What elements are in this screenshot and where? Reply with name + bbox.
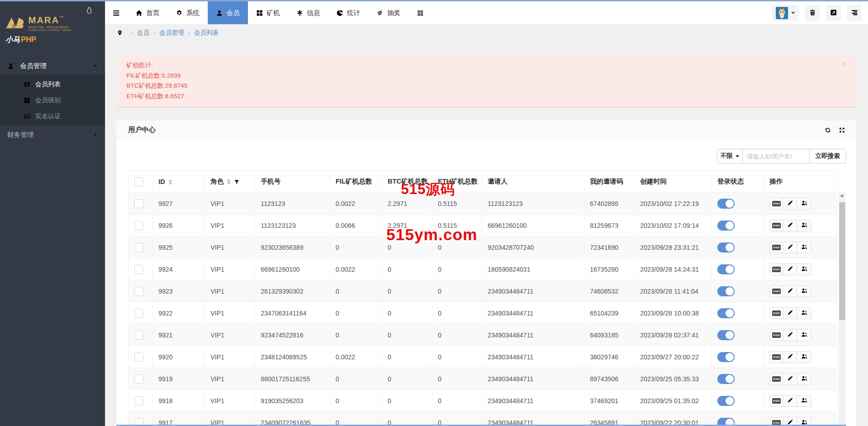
nav-item-会员[interactable]: 会员 bbox=[208, 1, 248, 24]
nav-item-抽奖[interactable]: 抽奖 bbox=[368, 1, 409, 24]
nav-item-统计[interactable]: 统计 bbox=[328, 1, 368, 24]
search-input[interactable] bbox=[742, 149, 809, 163]
clear-cache-button[interactable] bbox=[805, 5, 820, 21]
cell-btc-total: 0 bbox=[382, 258, 432, 280]
alert-close-button[interactable]: × bbox=[842, 60, 847, 68]
cell-eth-total: 0 bbox=[432, 280, 482, 302]
row-checkbox[interactable] bbox=[134, 396, 143, 405]
edit-button[interactable] bbox=[784, 308, 797, 319]
team-button[interactable] bbox=[797, 220, 811, 231]
table-header-ID[interactable]: ID bbox=[153, 171, 205, 193]
team-button[interactable] bbox=[797, 308, 811, 319]
team-button[interactable] bbox=[797, 264, 811, 275]
login-status-toggle[interactable] bbox=[717, 264, 735, 274]
login-status-toggle[interactable] bbox=[717, 242, 735, 252]
pay-button[interactable]: VISA bbox=[770, 198, 784, 209]
pay-button[interactable]: VISA bbox=[770, 373, 784, 384]
table-row: 9924VIP1669612601000.0022001805908240311… bbox=[129, 258, 837, 280]
scrollbar-up-arrow[interactable] bbox=[840, 194, 844, 197]
nav-item-信息[interactable]: 信息 bbox=[288, 1, 328, 24]
filter-dropdown[interactable]: 不限 bbox=[717, 149, 742, 163]
sort-icon[interactable] bbox=[227, 179, 231, 184]
login-status-toggle[interactable] bbox=[717, 352, 735, 362]
login-status-toggle[interactable] bbox=[717, 396, 735, 406]
table-row: 9925VIP192302365838900092034287072407234… bbox=[129, 237, 837, 258]
team-button[interactable] bbox=[797, 373, 811, 384]
sidebar-item-会员级别[interactable]: 会员级别 bbox=[0, 92, 105, 108]
pay-button[interactable]: VISA bbox=[770, 242, 784, 253]
row-checkbox[interactable] bbox=[134, 309, 143, 318]
cell-eth-total: 0 bbox=[432, 258, 482, 280]
edit-button[interactable] bbox=[784, 373, 797, 384]
edit-button[interactable] bbox=[784, 286, 797, 297]
filter-funnel-icon[interactable] bbox=[234, 179, 239, 184]
pay-button[interactable]: VISA bbox=[770, 264, 784, 275]
login-status-toggle[interactable] bbox=[717, 330, 735, 340]
pay-button[interactable]: VISA bbox=[770, 330, 784, 341]
row-checkbox[interactable] bbox=[134, 243, 143, 252]
sort-icon[interactable] bbox=[168, 179, 172, 185]
user-menu-button[interactable] bbox=[772, 5, 799, 21]
team-button[interactable] bbox=[797, 330, 811, 341]
nav-item-矿机[interactable]: 矿机 bbox=[248, 1, 288, 24]
sidebar-item-实名认证[interactable]: 实名认证 bbox=[0, 108, 105, 124]
edit-button[interactable] bbox=[784, 198, 797, 209]
log-menu-button[interactable] bbox=[847, 5, 862, 21]
fullscreen-icon[interactable] bbox=[839, 127, 845, 133]
pay-button[interactable]: VISA bbox=[770, 220, 784, 231]
edit-button[interactable] bbox=[784, 352, 797, 363]
row-checkbox[interactable] bbox=[134, 199, 143, 208]
login-status-toggle[interactable] bbox=[717, 286, 735, 296]
home-icon bbox=[136, 10, 142, 16]
cell-phone: 2348124089525 bbox=[255, 346, 330, 368]
nav-item-系统[interactable]: 系统 bbox=[168, 1, 208, 24]
cell-fil-total: 0.0022 bbox=[330, 193, 382, 215]
nav-item-首页[interactable]: 首页 bbox=[127, 1, 168, 24]
row-checkbox[interactable] bbox=[134, 221, 143, 230]
team-button[interactable] bbox=[797, 352, 811, 363]
pay-button[interactable]: VISA bbox=[770, 352, 784, 363]
scrollbar-thumb[interactable] bbox=[839, 202, 845, 320]
team-button[interactable] bbox=[797, 198, 811, 209]
table-header-角色[interactable]: 角色 bbox=[205, 171, 255, 193]
row-checkbox[interactable] bbox=[134, 287, 143, 296]
edit-button[interactable] bbox=[784, 330, 797, 341]
breadcrumb-link-会员管理[interactable]: 会员管理 bbox=[159, 29, 184, 37]
sidebar-toggle-button[interactable] bbox=[105, 1, 127, 24]
breadcrumb-link-会员列表[interactable]: 会员列表 bbox=[194, 29, 219, 37]
open-frontend-button[interactable] bbox=[826, 5, 841, 21]
pay-button[interactable]: VISA bbox=[770, 308, 784, 319]
sidebar-item-会员管理[interactable]: 会员管理 bbox=[0, 57, 105, 74]
cell-checkbox bbox=[129, 390, 153, 412]
row-checkbox[interactable] bbox=[134, 331, 143, 340]
login-status-toggle[interactable] bbox=[717, 308, 735, 318]
search-button[interactable]: 立即搜索 bbox=[809, 149, 846, 163]
row-checkbox[interactable] bbox=[134, 265, 143, 274]
cell-btc-total: 0 bbox=[382, 280, 432, 302]
breadcrumb-link-会员[interactable]: 会员 bbox=[137, 29, 149, 37]
select-all-checkbox[interactable] bbox=[134, 177, 143, 186]
cell-eth-total: 0 bbox=[432, 412, 482, 426]
row-checkbox[interactable] bbox=[134, 374, 143, 384]
pay-button[interactable]: VISA bbox=[770, 395, 784, 406]
table-row: 9926VIP111231231230.00662.29710.51156696… bbox=[129, 215, 837, 237]
team-button[interactable] bbox=[797, 242, 811, 253]
table-header-手机号: 手机号 bbox=[255, 171, 330, 193]
credit-card-icon: VISA bbox=[772, 354, 781, 360]
edit-button[interactable] bbox=[784, 395, 797, 406]
login-status-toggle[interactable] bbox=[717, 199, 735, 209]
team-button[interactable] bbox=[797, 286, 811, 297]
edit-button[interactable] bbox=[784, 264, 797, 275]
pay-button[interactable]: VISA bbox=[770, 286, 784, 297]
login-status-toggle[interactable] bbox=[717, 374, 735, 384]
cell-invite-code: 89743506 bbox=[584, 368, 635, 390]
sidebar-item-财务管理[interactable]: 财务管理 bbox=[0, 126, 105, 143]
login-status-toggle[interactable] bbox=[717, 221, 735, 231]
edit-button[interactable] bbox=[784, 242, 797, 253]
refresh-icon[interactable] bbox=[825, 127, 831, 133]
row-checkbox[interactable] bbox=[134, 352, 143, 362]
nav-item-apps[interactable] bbox=[409, 1, 432, 24]
edit-button[interactable] bbox=[784, 220, 797, 231]
sidebar-item-会员列表[interactable]: 会员列表 bbox=[0, 76, 105, 92]
team-button[interactable] bbox=[797, 395, 811, 406]
